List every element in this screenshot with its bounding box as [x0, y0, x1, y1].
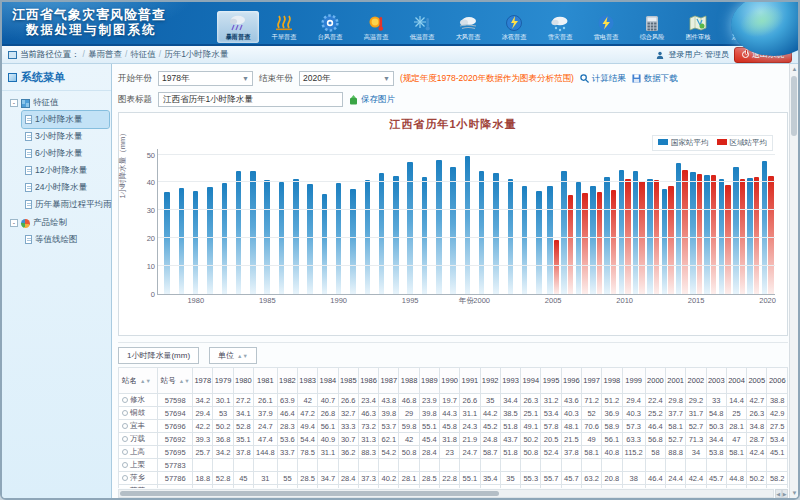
- col-header-id[interactable]: 站号▲▼: [158, 368, 193, 394]
- scroll-right-arrow[interactable]: ▶: [782, 489, 789, 498]
- calc-result-button[interactable]: 计算结果: [580, 73, 626, 85]
- col-header-year-1979[interactable]: 1979: [213, 368, 233, 394]
- col-header-year-2004[interactable]: 2004: [726, 368, 746, 394]
- col-header-year-2005[interactable]: 2005: [747, 368, 767, 394]
- value-cell: [379, 459, 399, 472]
- scroll-up-arrow[interactable]: ▲: [790, 64, 799, 74]
- col-header-year-1997[interactable]: 1997: [581, 368, 601, 394]
- col-header-year-1982[interactable]: 1982: [277, 368, 297, 394]
- col-header-year-1988[interactable]: 1988: [399, 368, 419, 394]
- col-header-year-1996[interactable]: 1996: [561, 368, 581, 394]
- col-header-year-2002[interactable]: 2002: [686, 368, 706, 394]
- col-header-year-1992[interactable]: 1992: [480, 368, 500, 394]
- table-row-铜鼓[interactable]: 铜鼓5769429.45334.137.946.447.226.832.746.…: [119, 407, 788, 420]
- breadcrumb-item-2[interactable]: 特征值: [130, 49, 156, 59]
- station-name-cell[interactable]: 修水: [119, 394, 158, 407]
- col-header-year-1985[interactable]: 1985: [338, 368, 358, 394]
- value-cell: 42.2: [193, 420, 213, 433]
- radio-icon[interactable]: [122, 475, 128, 481]
- nav-item-1[interactable]: 暴雨普查: [217, 11, 259, 43]
- tree-item-24小时降水量[interactable]: 24小时降水量: [22, 179, 109, 196]
- nav-item-11[interactable]: 图件审核: [677, 11, 719, 43]
- radio-icon[interactable]: [122, 436, 128, 442]
- station-name-cell[interactable]: 宜丰: [119, 420, 158, 433]
- col-header-year-1981[interactable]: 1981: [253, 368, 277, 394]
- table-row-万载[interactable]: 万载5769239.336.835.147.453.654.440.930.73…: [119, 433, 788, 446]
- tree-parent-2[interactable]: -产品绘制: [4, 215, 109, 231]
- nav-item-3[interactable]: 台风普查: [309, 11, 351, 43]
- station-name-cell[interactable]: 铜鼓: [119, 407, 158, 420]
- station-name-cell[interactable]: 上栗: [119, 459, 158, 472]
- tree-item-历年暴雨过程平均雨量[interactable]: 历年暴雨过程平均雨量: [22, 196, 109, 213]
- col-header-year-1995[interactable]: 1995: [541, 368, 561, 394]
- nav-item-7[interactable]: 冰雹普查: [493, 11, 535, 43]
- tree-item-6小时降水量[interactable]: 6小时降水量: [22, 145, 109, 162]
- col-header-year-1983[interactable]: 1983: [298, 368, 318, 394]
- tree-parent-1[interactable]: -特征值: [4, 95, 109, 111]
- expand-toggle-icon[interactable]: -: [10, 219, 18, 227]
- col-header-year-1991[interactable]: 1991: [460, 368, 480, 394]
- nav-item-4[interactable]: 高温普查: [355, 11, 397, 43]
- vscroll-thumb[interactable]: [791, 76, 797, 136]
- table-row-上高[interactable]: 上高5769525.734.237.8144.833.778.531.136.2…: [119, 446, 788, 459]
- col-header-year-1978[interactable]: 1978: [193, 368, 213, 394]
- col-header-year-2000[interactable]: 2000: [645, 368, 665, 394]
- col-header-year-1993[interactable]: 1993: [500, 368, 520, 394]
- save-image-button[interactable]: 保存图片: [349, 94, 395, 106]
- nav-item-6[interactable]: 大风普查: [447, 11, 489, 43]
- col-header-year-1994[interactable]: 1994: [521, 368, 541, 394]
- radio-icon[interactable]: [122, 410, 128, 416]
- station-name-cell[interactable]: 上高: [119, 446, 158, 459]
- nav-item-8[interactable]: 雪灾普查: [539, 11, 581, 43]
- table-row-莲花[interactable]: 莲花5778922.436.236.937.146.541.923.430.23…: [119, 485, 788, 489]
- start-year-select[interactable]: 1978年▼: [158, 71, 253, 86]
- breadcrumb-item-1[interactable]: 暴雨普查: [88, 49, 122, 59]
- table-row-萍乡[interactable]: 萍乡5778618.852.845315528.534.728.437.340.…: [119, 472, 788, 485]
- radio-icon[interactable]: [122, 397, 128, 403]
- col-header-year-2006[interactable]: 2006: [767, 368, 788, 394]
- tree-item-12小时降水量[interactable]: 12小时降水量: [22, 162, 109, 179]
- radio-icon[interactable]: [122, 462, 128, 468]
- radio-icon[interactable]: [122, 449, 128, 455]
- tree-item-1小时降水量[interactable]: 1小时降水量: [22, 111, 109, 128]
- expand-toggle-icon[interactable]: -: [10, 99, 18, 107]
- col-header-year-1986[interactable]: 1986: [358, 368, 378, 394]
- chart-title-input[interactable]: 江西省历年1小时降水量: [158, 92, 343, 107]
- col-header-year-1998[interactable]: 1998: [602, 368, 622, 394]
- breadcrumb-item-3[interactable]: 历年1小时降水量: [164, 49, 228, 59]
- station-name-cell[interactable]: 万载: [119, 433, 158, 446]
- nav-item-10[interactable]: 综合风险: [631, 11, 673, 43]
- nav-item-5[interactable]: 低温普查: [401, 11, 443, 43]
- table-row-修水[interactable]: 修水5759834.230.127.226.163.94240.726.623.…: [119, 394, 788, 407]
- col-header-year-2003[interactable]: 2003: [706, 368, 726, 394]
- tree-item-3小时降水量[interactable]: 3小时降水量: [22, 128, 109, 145]
- col-header-year-1989[interactable]: 1989: [419, 368, 439, 394]
- table-row-宜丰[interactable]: 宜丰5769642.250.252.824.728.349.456.133.37…: [119, 420, 788, 433]
- unit-sort-header[interactable]: 单位▲▼: [209, 347, 257, 364]
- hscroll-thumb[interactable]: [120, 491, 499, 496]
- end-year-select[interactable]: 2020年▼: [299, 71, 394, 86]
- col-header-name[interactable]: 站名▲▼: [119, 368, 158, 394]
- value-cell: 42.4: [747, 446, 767, 459]
- value-cell: 29.3: [706, 485, 726, 489]
- col-header-year-1980[interactable]: 1980: [233, 368, 253, 394]
- vertical-scrollbar[interactable]: ▲ ▼: [789, 64, 798, 498]
- app-window: 江西省气象灾害风险普查 数据处理与制图系统 暴雨普查干旱普查台风普查高温普查低温…: [0, 0, 800, 500]
- year-group-1982: [217, 149, 231, 294]
- tree-item-等值线绘图[interactable]: 等值线绘图: [22, 231, 109, 248]
- col-header-year-1984[interactable]: 1984: [318, 368, 338, 394]
- horizontal-scrollbar[interactable]: [118, 489, 774, 498]
- nav-item-2[interactable]: 干旱普查: [263, 11, 305, 43]
- scroll-down-arrow[interactable]: ▼: [790, 488, 799, 498]
- table-row-上栗[interactable]: 上栗57783: [119, 459, 788, 472]
- radio-icon[interactable]: [122, 423, 128, 429]
- col-header-year-1999[interactable]: 1999: [622, 368, 645, 394]
- value-cell: 45.2: [480, 420, 500, 433]
- station-name-cell[interactable]: 萍乡: [119, 472, 158, 485]
- nav-item-9[interactable]: 雷电普查: [585, 11, 627, 43]
- col-header-year-2001[interactable]: 2001: [666, 368, 686, 394]
- data-download-button[interactable]: 数据下载: [632, 73, 678, 85]
- col-header-year-1990[interactable]: 1990: [440, 368, 460, 394]
- station-name-cell[interactable]: 莲花: [119, 485, 158, 489]
- col-header-year-1987[interactable]: 1987: [379, 368, 399, 394]
